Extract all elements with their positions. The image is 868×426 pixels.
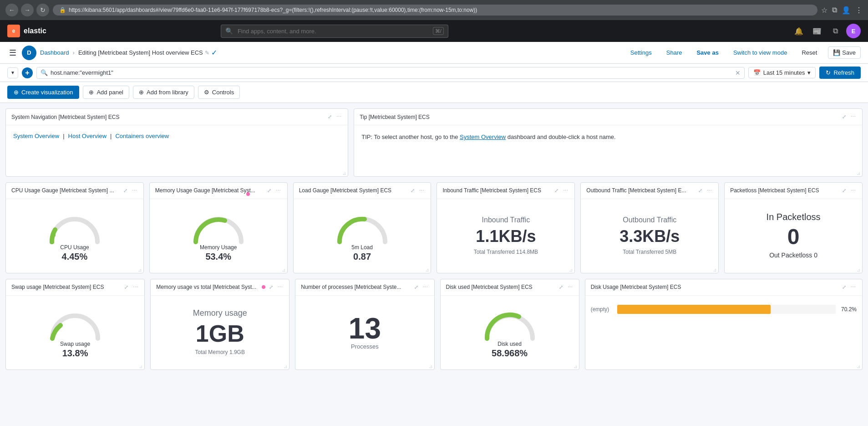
packetloss-panel-expand[interactable]: ⤢ bbox=[841, 187, 847, 195]
disk-usage-panel: Disk Usage [Metricbeat System] ECS ⤢ ⋯ (… bbox=[585, 279, 863, 370]
dashboard-icon-btn[interactable]: D bbox=[22, 46, 36, 60]
processes-resize[interactable]: ⊿ bbox=[429, 364, 434, 370]
outbound-traffic-label: Outbound Traffic bbox=[623, 216, 676, 224]
disk-bar-row: (empty) 70.2% bbox=[591, 305, 857, 314]
memory-panel-menu[interactable]: ⋯ bbox=[275, 187, 282, 195]
memory-vs-total-title: Memory usage vs total [Metricbeat Syst..… bbox=[156, 284, 256, 290]
inbound-panel-resize[interactable]: ⊿ bbox=[569, 267, 574, 273]
disk-usage-expand[interactable]: ⤢ bbox=[841, 283, 847, 291]
plus-circle-icon: ⊕ bbox=[14, 89, 19, 96]
memory-gauge-content: Memory Usage 53.4% bbox=[150, 199, 287, 272]
elastic-logo-icon: e bbox=[7, 25, 20, 37]
switch-mode-button[interactable]: Switch to view mode bbox=[730, 47, 791, 58]
processes-expand[interactable]: ⤢ bbox=[413, 283, 419, 291]
processes-menu[interactable]: ⋯ bbox=[422, 283, 429, 291]
swap-panel-expand[interactable]: ⤢ bbox=[123, 283, 129, 291]
reset-button[interactable]: Reset bbox=[798, 47, 821, 58]
inbound-traffic-header: Inbound Traffic [Metricbeat System] ECS … bbox=[437, 183, 574, 199]
extensions-icon[interactable]: ⧉ bbox=[832, 6, 837, 14]
host-overview-link[interactable]: Host Overview bbox=[68, 133, 107, 139]
save-as-button[interactable]: Save as bbox=[693, 47, 722, 58]
tip-panel-resize-handle[interactable]: ⊿ bbox=[857, 171, 862, 176]
filter-expand-button[interactable]: ▼ bbox=[7, 67, 18, 78]
save-button[interactable]: 💾 Save bbox=[828, 46, 861, 59]
refresh-button[interactable]: ↻ Refresh bbox=[819, 67, 861, 79]
cpu-panel-menu[interactable]: ⋯ bbox=[131, 187, 138, 195]
disk-used-panel-resize[interactable]: ⊿ bbox=[574, 364, 579, 370]
disk-used-panel-expand[interactable]: ⤢ bbox=[558, 283, 564, 291]
share-button[interactable]: Share bbox=[663, 47, 686, 58]
confirm-edit-icon[interactable]: ✓ bbox=[211, 48, 217, 57]
system-nav-panel-actions: ⤢ ⋯ bbox=[327, 113, 342, 121]
cpu-panel-expand[interactable]: ⤢ bbox=[122, 187, 128, 195]
user-avatar[interactable]: E bbox=[846, 24, 861, 38]
panel-menu-button[interactable]: ⋯ bbox=[335, 113, 342, 121]
disk-used-panel-menu[interactable]: ⋯ bbox=[567, 283, 574, 291]
memory-vs-total-resize[interactable]: ⊿ bbox=[284, 364, 289, 370]
cpu-panel-resize[interactable]: ⊿ bbox=[138, 267, 143, 273]
add-panel-button[interactable]: ⊕ Add panel bbox=[83, 86, 129, 99]
refresh-button[interactable]: ↻ bbox=[36, 4, 49, 16]
tip-panel-menu-button[interactable]: ⋯ bbox=[850, 113, 857, 121]
processes-panel: Number of processes [Metricbeat Syste...… bbox=[295, 279, 434, 370]
cpu-gauge-value: 4.45% bbox=[62, 251, 88, 262]
packetloss-header: Packetloss [Metricbeat System] ECS ⤢ ⋯ bbox=[725, 183, 862, 199]
packetloss-panel-resize[interactable]: ⊿ bbox=[857, 267, 862, 273]
load-panel-expand[interactable]: ⤢ bbox=[410, 187, 416, 195]
packetloss-panel-menu[interactable]: ⋯ bbox=[850, 187, 857, 195]
memory-panel-resize[interactable]: ⊿ bbox=[282, 267, 287, 273]
panel-resize-handle[interactable]: ⊿ bbox=[342, 171, 348, 176]
system-overview-link[interactable]: System Overview bbox=[13, 133, 59, 139]
breadcrumb-dashboard[interactable]: Dashboard bbox=[40, 49, 69, 56]
inbound-panel-menu[interactable]: ⋯ bbox=[562, 187, 569, 195]
profile-icon[interactable]: 👤 bbox=[842, 6, 851, 15]
packetloss-in-value: 0 bbox=[787, 226, 800, 248]
containers-overview-link[interactable]: Containers overview bbox=[115, 133, 169, 139]
forward-button[interactable]: → bbox=[21, 4, 34, 16]
svg-point-1 bbox=[51, 233, 56, 237]
outbound-panel-expand[interactable]: ⤢ bbox=[697, 187, 703, 195]
panel-expand-button[interactable]: ⤢ bbox=[327, 113, 333, 121]
memory-vs-total-menu[interactable]: ⋯ bbox=[277, 283, 284, 291]
bell-button[interactable]: 🔔 bbox=[792, 24, 806, 38]
swap-panel-resize[interactable]: ⊿ bbox=[139, 364, 144, 370]
packetloss-out-label: Out Packetloss 0 bbox=[769, 251, 817, 259]
extensions-header-button[interactable]: ⧉ bbox=[828, 24, 843, 38]
add-filter-button[interactable]: + bbox=[22, 67, 33, 78]
elastic-logo[interactable]: e elastic bbox=[7, 25, 46, 37]
breadcrumb-current: Editing [Metricbeat System] Host overvie… bbox=[78, 49, 209, 56]
tip-panel-expand-button[interactable]: ⤢ bbox=[841, 113, 847, 121]
tip-panel-content: TIP: To select another host, go to the S… bbox=[354, 125, 862, 149]
filter-bar: ▼ + 🔍 ✕ 📅 Last 15 minutes ▾ ↻ Refresh bbox=[0, 64, 868, 82]
load-panel-resize[interactable]: ⊿ bbox=[425, 267, 431, 273]
inbound-panel-expand[interactable]: ⤢ bbox=[553, 187, 559, 195]
controls-button[interactable]: ⚙ Controls bbox=[198, 86, 240, 99]
filter-clear-button[interactable]: ✕ bbox=[735, 69, 741, 77]
menu-dots-icon[interactable]: ⋮ bbox=[855, 6, 863, 15]
time-picker[interactable]: 📅 Last 15 minutes ▾ bbox=[748, 67, 816, 78]
create-visualization-button[interactable]: ⊕ Create visualization bbox=[7, 86, 79, 99]
memory-panel-expand[interactable]: ⤢ bbox=[266, 187, 272, 195]
disk-usage-menu[interactable]: ⋯ bbox=[850, 283, 857, 291]
url-bar[interactable]: 🔒 https://kibana:5601/app/dashboards#/vi… bbox=[53, 5, 817, 15]
global-search-input[interactable] bbox=[221, 25, 448, 38]
memory-vs-total-expand[interactable]: ⤢ bbox=[268, 283, 274, 291]
load-panel-menu[interactable]: ⋯ bbox=[418, 187, 425, 195]
add-from-library-button[interactable]: ⊕ Add from library bbox=[133, 86, 194, 99]
disk-usage-resize[interactable]: ⊿ bbox=[857, 364, 862, 370]
outbound-panel-resize[interactable]: ⊿ bbox=[713, 267, 718, 273]
edit-title-icon[interactable]: ✎ bbox=[205, 50, 209, 56]
swap-gauge-svg bbox=[48, 309, 102, 341]
disk-bar-pct: 70.2% bbox=[839, 306, 857, 313]
settings-button[interactable]: Settings bbox=[627, 47, 655, 58]
tip-system-overview-link[interactable]: System Overview bbox=[460, 133, 506, 140]
cpu-gauge-content: CPU Usage 4.45% bbox=[6, 199, 143, 272]
filter-search-input[interactable] bbox=[51, 69, 732, 76]
swap-panel-menu[interactable]: ⋯ bbox=[132, 283, 139, 291]
hamburger-button[interactable]: ☰ bbox=[7, 46, 18, 60]
back-button[interactable]: ← bbox=[5, 4, 18, 16]
system-nav-panel-title: System Navigation [Metricbeat System] EC… bbox=[11, 114, 119, 120]
star-icon[interactable]: ☆ bbox=[821, 6, 827, 15]
news-button[interactable]: 📰 bbox=[810, 24, 824, 38]
outbound-panel-menu[interactable]: ⋯ bbox=[706, 187, 713, 195]
